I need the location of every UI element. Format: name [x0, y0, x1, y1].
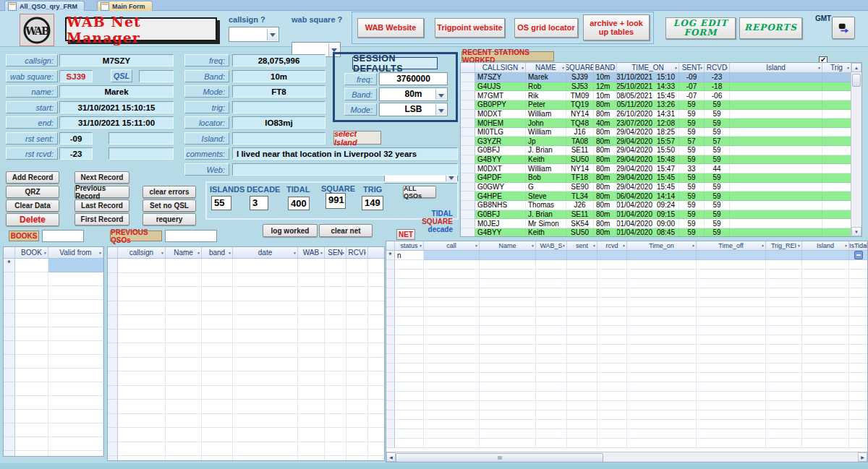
row-selector[interactable]: [386, 335, 395, 345]
rst-sent-field[interactable]: -09: [59, 132, 93, 145]
row-selector[interactable]: [4, 369, 15, 382]
select-all-corner[interactable]: [461, 63, 475, 72]
row-selector[interactable]: [386, 270, 395, 279]
row-selector[interactable]: [108, 343, 118, 358]
row-selector[interactable]: [108, 315, 118, 330]
row-selector[interactable]: [461, 82, 475, 92]
row-selector[interactable]: [386, 439, 395, 448]
table-row[interactable]: [386, 373, 867, 382]
web-field[interactable]: [232, 163, 458, 176]
row-selector[interactable]: [108, 371, 118, 386]
row-selector[interactable]: [461, 73, 475, 82]
select-all-corner[interactable]: [386, 241, 395, 250]
row-selector[interactable]: [108, 330, 118, 344]
column-header-[interactable]: [368, 247, 385, 258]
column-header-time-on[interactable]: Time_on▼: [627, 241, 697, 250]
first-record-button[interactable]: First Record: [75, 213, 129, 225]
row-selector[interactable]: *: [4, 259, 15, 272]
comments-field[interactable]: I lived near that location in Liverpool …: [232, 147, 458, 160]
sort-dropdown-icon[interactable]: ▼: [622, 244, 626, 248]
recent-table-row[interactable]: G0GWYGSE9080m29/04/202015:455959: [461, 183, 861, 192]
row-selector[interactable]: [386, 401, 395, 410]
row-selector[interactable]: [461, 228, 475, 237]
row-selector[interactable]: [108, 428, 118, 442]
column-header-name[interactable]: Name▼: [480, 241, 536, 250]
table-row[interactable]: [386, 298, 867, 307]
recent-table-row[interactable]: MI0TLGWilliamJ1680m29/04/202018:255959: [461, 128, 861, 137]
table-row[interactable]: [108, 315, 384, 330]
recent-table-row[interactable]: GB0PPYPeterTQ1980m05/11/202013:265959: [461, 100, 861, 110]
chevron-down-icon[interactable]: [435, 104, 446, 115]
row-selector[interactable]: [461, 173, 475, 183]
row-selector[interactable]: [461, 100, 475, 110]
sort-dropdown-icon[interactable]: ▼: [521, 66, 524, 70]
square-counter[interactable]: 991: [326, 193, 346, 209]
previous-record-button[interactable]: Previous Record: [75, 186, 129, 198]
sort-dropdown-icon[interactable]: ▼: [844, 244, 848, 248]
tab-main-form[interactable]: Main Form: [97, 1, 153, 12]
log-worked-button[interactable]: log worked: [263, 224, 318, 237]
sort-dropdown-icon[interactable]: ▼: [98, 251, 102, 255]
table-row[interactable]: [108, 343, 384, 358]
books-search-input[interactable]: [42, 230, 84, 242]
row-selector[interactable]: [461, 183, 475, 192]
os-grid-locator-button[interactable]: OS grid locator: [514, 18, 578, 38]
recent-table-row[interactable]: M0DXTWilliamNY1480m26/10/202014:315959: [461, 110, 861, 119]
column-header-wab-s[interactable]: WAB_S▼: [536, 241, 567, 250]
row-selector[interactable]: [108, 273, 118, 288]
chevron-down-icon[interactable]: [435, 89, 446, 100]
row-selector[interactable]: [4, 341, 15, 355]
previous-qsos-search-input[interactable]: [165, 230, 217, 242]
wab-square-field[interactable]: SJ39: [59, 70, 93, 82]
row-selector[interactable]: [461, 146, 475, 155]
sort-dropdown-icon[interactable]: ▼: [228, 251, 231, 255]
recent-table-row[interactable]: G4BYYKeithSU5080m01/04/202008:455959: [461, 228, 861, 237]
row-selector[interactable]: [386, 354, 395, 363]
sort-dropdown-icon[interactable]: ▼: [725, 66, 728, 70]
row-selector[interactable]: [461, 91, 475, 100]
row-selector[interactable]: [386, 345, 395, 354]
column-header-island[interactable]: Island▼: [802, 241, 849, 250]
sort-dropdown-icon[interactable]: ▼: [674, 66, 678, 70]
row-selector[interactable]: [386, 307, 395, 317]
rst-sent-extra-field[interactable]: [109, 132, 174, 145]
wab-website-button[interactable]: WAB Website: [357, 18, 424, 38]
table-row[interactable]: [108, 358, 384, 372]
row-selector[interactable]: [386, 373, 395, 382]
istidal-checkbox[interactable]: [854, 251, 863, 259]
select-island-button[interactable]: select Island: [333, 131, 381, 145]
table-row[interactable]: *n: [386, 251, 867, 260]
clear-errors-button[interactable]: clear errors: [142, 186, 196, 198]
row-selector[interactable]: [386, 363, 395, 373]
table-row[interactable]: [4, 355, 103, 369]
table-row[interactable]: [4, 272, 103, 286]
freq-field[interactable]: 28,075,996: [232, 54, 326, 66]
row-selector[interactable]: [4, 272, 15, 286]
row-selector[interactable]: [386, 298, 395, 307]
table-row[interactable]: [108, 259, 384, 273]
table-row[interactable]: [386, 345, 867, 354]
callsign-search-combo[interactable]: [229, 27, 279, 42]
table-row[interactable]: [108, 400, 384, 414]
row-selector[interactable]: [386, 382, 395, 392]
trigpoint-website-button[interactable]: Trigpoint website: [435, 18, 505, 38]
table-row[interactable]: [386, 279, 867, 288]
table-row[interactable]: [386, 429, 867, 439]
recent-table-row[interactable]: G4BYYKeithSU5080m29/04/202015:485959: [461, 155, 861, 165]
row-selector[interactable]: [386, 288, 395, 298]
sort-dropdown-icon[interactable]: ▼: [592, 244, 596, 248]
sort-dropdown-icon[interactable]: ▼: [320, 251, 323, 255]
column-header-status[interactable]: status▼: [395, 241, 424, 250]
clear-net-button[interactable]: clear net: [319, 224, 373, 237]
table-row[interactable]: *: [4, 259, 103, 272]
sort-dropdown-icon[interactable]: ▼: [475, 244, 478, 248]
sort-dropdown-icon[interactable]: ▼: [531, 244, 535, 248]
table-row[interactable]: [108, 330, 384, 344]
sort-dropdown-icon[interactable]: ▼: [293, 251, 297, 255]
table-row[interactable]: [386, 260, 867, 270]
table-row[interactable]: [108, 428, 384, 442]
row-selector[interactable]: [461, 210, 475, 220]
set-no-qsl-button[interactable]: Set no QSL: [142, 199, 196, 212]
table-row[interactable]: [4, 451, 103, 457]
table-row[interactable]: [386, 439, 867, 448]
